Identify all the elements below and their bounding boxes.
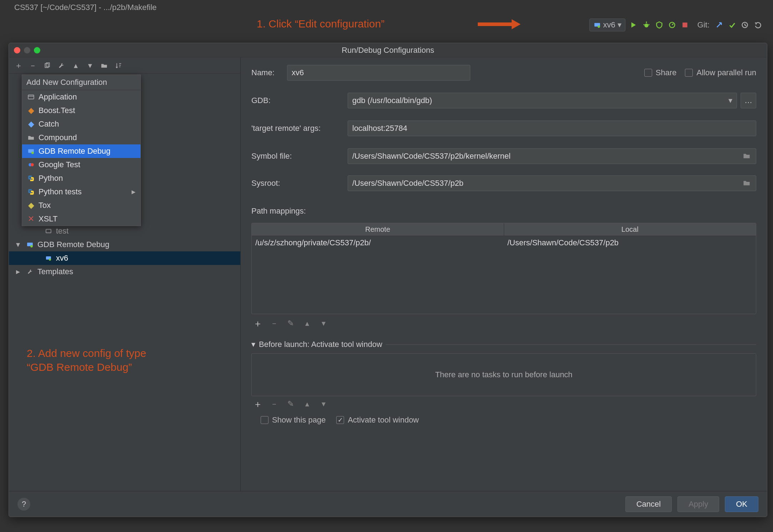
close-window-button[interactable] — [14, 47, 20, 53]
remove-icon[interactable]: － — [28, 61, 37, 70]
profile-icon[interactable] — [667, 20, 677, 30]
application-icon — [45, 227, 52, 235]
remote-debug-icon — [593, 21, 601, 29]
popup-item-xslt[interactable]: ✕ XSLT — [22, 212, 140, 226]
apply-button[interactable]: Apply — [677, 496, 719, 512]
popup-item-boost[interactable]: ◆ Boost.Test — [22, 104, 140, 117]
move-up-icon[interactable]: ▴ — [303, 400, 311, 408]
edit-icon[interactable]: ✎ — [286, 319, 295, 328]
popup-item-python-tests[interactable]: Python tests ▸ — [22, 185, 140, 199]
gdb-browse-button[interactable]: … — [741, 93, 756, 108]
svg-point-23 — [30, 245, 33, 247]
move-down-icon[interactable]: ▾ — [319, 319, 328, 328]
debug-icon[interactable] — [642, 20, 651, 30]
tree-row-test[interactable]: test — [9, 224, 240, 238]
symbol-input[interactable]: /Users/Shawn/Code/CS537/p2b/kernel/kerne… — [348, 148, 756, 164]
popup-item-tox[interactable]: ◆ Tox — [22, 199, 140, 212]
copy-icon[interactable] — [42, 61, 52, 70]
ide-window-title: CS537 [~/Code/CS537] - .../p2b/Makefile — [14, 3, 157, 12]
name-input[interactable] — [287, 65, 470, 81]
annotation-step1: 1. Click “Edit configuration” — [257, 18, 384, 30]
folder-icon[interactable] — [99, 61, 109, 70]
folder-icon[interactable] — [742, 179, 752, 188]
show-page-label: Show this page — [272, 415, 326, 425]
symbol-value: /Users/Shawn/Code/CS537/p2b/kernel/kerne… — [352, 152, 739, 161]
chevron-down-icon[interactable]: ▾ — [251, 340, 255, 349]
ok-button[interactable]: OK — [725, 496, 758, 512]
path-mappings-table: Remote Local /u/s/z/szhong/private/CS537… — [251, 223, 756, 314]
svg-marker-1 — [512, 19, 521, 29]
activate-window-checkbox[interactable]: Activate tool window — [336, 415, 419, 425]
move-up-icon[interactable]: ▴ — [303, 319, 311, 328]
zoom-window-button[interactable] — [34, 47, 40, 53]
folder-icon[interactable] — [742, 152, 752, 161]
popup-item-gdb-remote[interactable]: GDB Remote Debug — [22, 144, 140, 158]
svg-line-10 — [672, 24, 674, 25]
show-page-checkbox[interactable]: Show this page — [261, 415, 326, 425]
parallel-checkbox[interactable]: Allow parallel run — [685, 68, 756, 77]
git-update-icon[interactable] — [715, 20, 724, 30]
sidebar-toolbar: ＋ － ▴ ▾ — [9, 57, 240, 74]
share-checkbox[interactable]: Share — [644, 68, 677, 77]
popup-item-compound[interactable]: Compound — [22, 131, 140, 144]
popup-item-label: GDB Remote Debug — [39, 147, 111, 156]
compound-folder-icon — [27, 134, 35, 142]
cell-local: /Users/Shawn/Code/CS537/p2b — [504, 236, 756, 250]
tree-templates[interactable]: ▸ Templates — [9, 265, 240, 278]
no-tasks-text: There are no tasks to run before launch — [435, 370, 572, 379]
git-commit-icon[interactable] — [727, 20, 737, 30]
annotation-step2: 2. Add new config of type “GDB Remote De… — [27, 346, 146, 374]
help-button[interactable]: ? — [17, 498, 30, 511]
move-up-icon[interactable]: ▴ — [71, 61, 80, 70]
run-config-selector[interactable]: xv6 ▾ — [589, 19, 625, 31]
popup-item-gtest[interactable]: Google Test — [22, 158, 140, 172]
gdb-value: gdb (/usr/local/bin/gdb) — [352, 96, 726, 105]
remove-icon[interactable]: － — [270, 319, 278, 328]
popup-item-catch[interactable]: ◆ Catch — [22, 117, 140, 131]
remove-icon[interactable]: － — [270, 400, 278, 408]
move-down-icon[interactable]: ▾ — [85, 61, 94, 70]
catch-icon: ◆ — [27, 120, 35, 128]
wrench-icon[interactable] — [57, 61, 66, 70]
move-down-icon[interactable]: ▾ — [319, 400, 328, 408]
cancel-button[interactable]: Cancel — [625, 496, 672, 512]
popup-item-application[interactable]: Application — [22, 90, 140, 104]
add-icon[interactable]: ＋ — [254, 400, 262, 408]
add-config-popup: Add New Configuration Application ◆ Boos… — [22, 75, 141, 226]
config-form: Name: Share Allow parallel run GDB: gdb … — [241, 57, 767, 491]
stop-icon[interactable] — [680, 20, 690, 30]
add-icon[interactable]: ＋ — [14, 61, 23, 70]
tree-label: GDB Remote Debug — [37, 240, 109, 249]
svg-line-7 — [644, 25, 645, 25]
checkbox-icon — [685, 69, 693, 77]
history-icon[interactable] — [740, 20, 749, 30]
edit-icon[interactable]: ✎ — [286, 400, 295, 408]
chevron-down-icon: ▾ — [16, 240, 22, 249]
undo-icon[interactable] — [753, 20, 762, 30]
svg-point-3 — [598, 25, 600, 28]
mappings-toolbar: ＋ － ✎ ▴ ▾ — [251, 316, 756, 331]
target-label: 'target remote' args: — [251, 124, 348, 133]
chevron-down-icon: ▾ — [618, 20, 621, 30]
tree-item-xv6[interactable]: xv6 — [9, 251, 240, 265]
popup-header: Add New Configuration — [22, 75, 140, 90]
checkbox-checked-icon — [336, 416, 344, 424]
xslt-icon: ✕ — [27, 215, 35, 223]
config-tree: test ▾ GDB Remote Debug xv6 ▸ Templates — [9, 224, 240, 278]
run-icon[interactable] — [629, 20, 638, 30]
popup-item-label: Python — [39, 174, 63, 183]
minimize-window-button[interactable] — [24, 47, 30, 53]
target-input[interactable] — [348, 121, 756, 136]
gtest-icon — [27, 161, 35, 169]
gdb-select[interactable]: gdb (/usr/local/bin/gdb) — [348, 93, 737, 108]
dialog-title: Run/Debug Configurations — [342, 46, 434, 55]
add-icon[interactable]: ＋ — [254, 319, 262, 328]
table-row[interactable]: /u/s/z/szhong/private/CS537/p2b/ /Users/… — [252, 236, 756, 250]
tree-label: test — [56, 226, 68, 236]
coverage-icon[interactable] — [655, 20, 664, 30]
svg-point-18 — [31, 152, 34, 154]
popup-item-python[interactable]: Python — [22, 172, 140, 185]
sysroot-input[interactable]: /Users/Shawn/Code/CS537/p2b — [348, 175, 756, 191]
sort-icon[interactable] — [114, 61, 123, 70]
tree-group-gdb-remote[interactable]: ▾ GDB Remote Debug — [9, 238, 240, 251]
